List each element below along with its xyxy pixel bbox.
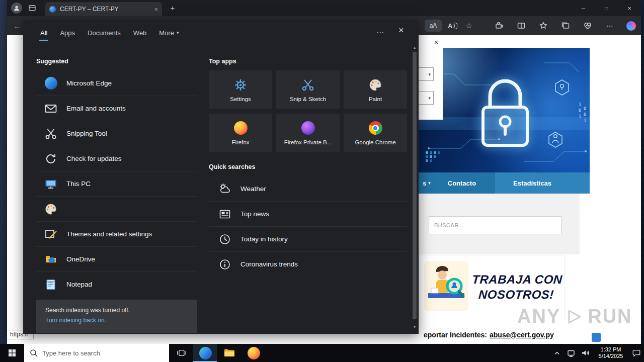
chevron-down-icon: ▾ — [428, 96, 431, 101]
split-screen-icon[interactable] — [516, 20, 527, 31]
new-tab-button[interactable]: + — [168, 4, 177, 13]
firefox-icon — [234, 121, 248, 136]
suggested-item-notepad[interactable]: Notepad — [36, 272, 197, 297]
site-favicon — [49, 6, 56, 13]
tab-more[interactable]: More▾ — [159, 29, 179, 37]
nav-item-contacto[interactable]: Contacto — [448, 179, 476, 187]
search-options-icon[interactable]: ⋯ — [376, 28, 384, 37]
scroll-down-icon[interactable]: ▾ — [412, 325, 418, 330]
top-app-firefox[interactable]: Firefox — [209, 114, 272, 152]
email-icon — [44, 102, 58, 116]
browser-tab[interactable]: CERT-PY – CERT-PY × — [45, 2, 162, 16]
volume-icon[interactable] — [581, 348, 590, 357]
abuse-email-link[interactable]: abuse@cert.gov.py — [490, 331, 554, 339]
taskbar-edge-button[interactable] — [193, 344, 217, 362]
top-app-settings[interactable]: Settings — [209, 70, 272, 109]
quick-searches-heading: Quick searches — [209, 158, 407, 176]
news-icon — [218, 207, 232, 221]
notice-message: Search indexing was turned off. — [45, 307, 130, 314]
top-app-snip-sketch[interactable]: Snip & Sketch — [276, 70, 340, 109]
tab-apps[interactable]: Apps — [60, 29, 75, 37]
collections-icon[interactable] — [560, 20, 571, 31]
scissors-icon — [301, 77, 315, 93]
suggested-item-check-updates[interactable]: Check for updates — [36, 146, 197, 171]
top-app-google-chrome[interactable]: Google Chrome — [344, 114, 407, 152]
turn-indexing-on-link[interactable]: Turn indexing back on. — [45, 317, 106, 324]
scrollbar-thumb[interactable] — [413, 52, 417, 319]
flyout-scrollbar[interactable]: ▴ ▾ — [412, 45, 418, 330]
search-filter-tabs: All Apps Documents Web More▾ — [40, 20, 179, 45]
start-button[interactable] — [0, 344, 24, 362]
quick-search-today-in-history[interactable]: Today in history — [209, 226, 407, 251]
top-app-paint[interactable]: Paint — [344, 70, 407, 109]
nav-item-servicios[interactable]: s▾ — [423, 179, 431, 187]
svg-text:0: 0 — [584, 106, 586, 111]
tab-close-icon[interactable]: × — [154, 6, 158, 13]
workspaces-icon[interactable] — [28, 4, 36, 12]
system-tray: 1:32 PM 5/14/2025 — [552, 344, 644, 362]
profile-avatar[interactable] — [11, 3, 22, 14]
maximize-button[interactable]: □ — [595, 0, 618, 16]
svg-text:0: 0 — [579, 108, 581, 113]
report-incidents-line: eportar Incidentes:abuse@cert.gov.py — [424, 331, 554, 339]
taskbar-firefox-button[interactable] — [242, 344, 266, 362]
search-close-icon[interactable]: × — [398, 26, 404, 35]
copilot-icon[interactable] — [626, 21, 636, 31]
top-app-firefox-private[interactable]: Firefox Private B... — [276, 114, 340, 152]
chrome-icon — [369, 121, 382, 136]
close-button[interactable]: × — [618, 0, 641, 16]
clock-icon — [218, 232, 232, 246]
suggested-item-snipping-tool[interactable]: Snipping Tool — [36, 121, 197, 146]
site-search-input[interactable] — [429, 216, 561, 234]
favorites-icon[interactable] — [538, 20, 549, 31]
suggested-heading: Suggested — [36, 52, 197, 70]
browser-essentials-icon[interactable] — [582, 20, 593, 31]
chevron-down-icon: ▾ — [177, 30, 179, 35]
suggested-item-this-pc[interactable]: This PC — [36, 171, 197, 196]
edge-icon — [199, 347, 212, 359]
suggested-item-onedrive[interactable]: OneDrive — [36, 246, 197, 272]
task-view-button[interactable] — [169, 344, 193, 362]
consent-close-icon[interactable]: × — [432, 38, 440, 46]
themes-icon — [44, 227, 58, 241]
tab-all[interactable]: All — [40, 29, 47, 37]
tab-web[interactable]: Web — [133, 29, 147, 37]
action-center-icon[interactable] — [632, 348, 641, 357]
anyrun-watermark: ANY RUN — [517, 306, 632, 327]
extensions-icon[interactable] — [494, 20, 505, 31]
taskbar-search-input[interactable] — [42, 349, 153, 357]
taskbar-clock[interactable]: 1:32 PM 5/14/2025 — [595, 346, 627, 359]
read-aloud-icon[interactable]: A — [448, 22, 457, 30]
taskbar: 1:32 PM 5/14/2025 — [0, 344, 644, 362]
quick-search-top-news[interactable]: Top news — [209, 201, 407, 226]
minimize-button[interactable]: – — [572, 0, 595, 16]
settings-more-icon[interactable]: ⋯ — [604, 20, 615, 31]
scroll-widget[interactable] — [592, 333, 601, 342]
clock-date: 5/14/2025 — [599, 353, 623, 359]
top-apps-grid: Settings Snip & Sketch Paint Firefox Fir… — [209, 70, 407, 152]
chevron-down-icon: ▾ — [428, 72, 431, 77]
quick-search-coronavirus-trends[interactable]: Coronavirus trends — [209, 251, 407, 277]
suggested-item-email-accounts[interactable]: Email and accounts — [36, 96, 197, 121]
quick-search-weather[interactable]: Weather — [209, 176, 407, 201]
site-navbar: s▾ Contacto Estadísticas — [419, 172, 590, 194]
nav-item-estadisticas[interactable]: Estadísticas — [495, 172, 590, 194]
network-icon[interactable] — [567, 348, 576, 357]
svg-text:0: 0 — [584, 112, 586, 117]
window-controls: – □ × — [572, 0, 641, 16]
scroll-up-icon[interactable]: ▴ — [412, 45, 418, 50]
info-icon — [218, 257, 232, 272]
svg-text:1: 1 — [579, 102, 581, 107]
suggested-item-themes[interactable]: Themes and related settings — [36, 221, 197, 246]
taskbar-explorer-button[interactable] — [217, 344, 242, 362]
taskbar-search-box[interactable] — [24, 344, 169, 362]
suggested-item-microsoft-edge[interactable]: Microsoft Edge — [36, 70, 197, 96]
computer-icon — [44, 177, 58, 191]
tab-documents[interactable]: Documents — [88, 29, 121, 37]
hidden-icons-chevron[interactable] — [552, 348, 561, 357]
windows-search-flyout: All Apps Documents Web More▾ ⋯ × Suggest… — [23, 20, 419, 334]
add-favorite-icon[interactable]: ☆ — [463, 20, 474, 31]
back-icon[interactable]: ← — [11, 20, 23, 32]
suggested-item-paint[interactable] — [36, 196, 197, 221]
translate-icon[interactable]: aA — [425, 20, 442, 32]
